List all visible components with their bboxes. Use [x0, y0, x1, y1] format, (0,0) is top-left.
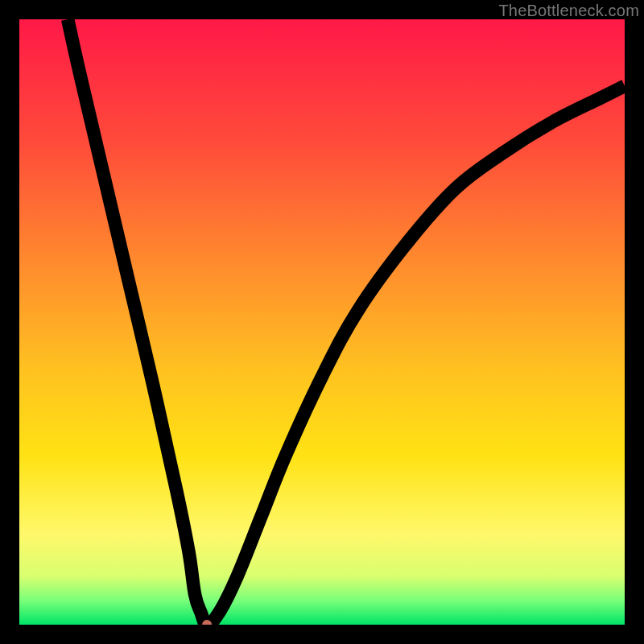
chart-background: [19, 19, 625, 625]
watermark-text: TheBottleneck.com: [498, 2, 639, 20]
bottleneck-chart: [19, 19, 625, 625]
